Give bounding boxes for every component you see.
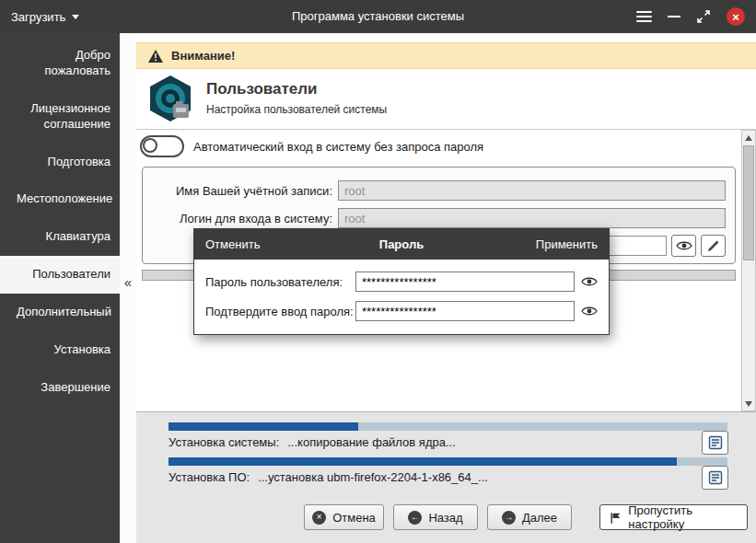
sidebar: Добро пожаловать Лицензионное соглашение…: [0, 33, 120, 543]
password-dialog: Отменить Пароль Применить Пароль пользов…: [193, 228, 610, 335]
bottom-panel: Установка системы:...копирование файлов …: [136, 411, 756, 543]
dialog-confirm-eye-button[interactable]: [581, 306, 598, 317]
dialog-confirm-label: Подтвердите ввод пароля:: [205, 305, 355, 318]
dialog-password-row: Пароль пользователеля:: [205, 272, 598, 292]
page-header: Пользователи Настройка пользователей сис…: [136, 69, 756, 130]
app-logo: [145, 74, 195, 123]
autologin-label: Автоматический вход в систему без запрос…: [193, 140, 483, 154]
warning-text: Внимание!: [171, 49, 235, 63]
system-progress-bar: [169, 422, 727, 431]
next-arrow-icon: →: [502, 511, 516, 525]
sidebar-item-installation[interactable]: Установка: [0, 331, 120, 369]
software-progress-text: Установка ПО:...установка ubm-firefox-22…: [169, 470, 488, 484]
sidebar-item-users[interactable]: Пользователи: [0, 256, 120, 294]
load-menu-button[interactable]: Загрузить: [11, 0, 79, 33]
account-name-row: Имя Вашей учётной записи:: [143, 177, 735, 204]
software-log-button[interactable]: [702, 466, 728, 490]
skip-button-label: Пропустить настройку: [628, 503, 738, 531]
warning-banner: Внимание!: [136, 42, 756, 69]
autologin-row: Автоматический вход в систему без запрос…: [140, 135, 483, 157]
system-progress-text: Установка системы:...копирование файлов …: [169, 435, 456, 449]
eye-icon: [676, 240, 692, 251]
sidebar-strip: «: [120, 33, 136, 543]
next-button[interactable]: → Далее: [487, 504, 572, 530]
sidebar-item-completion[interactable]: Завершение: [0, 369, 120, 407]
minimize-button[interactable]: [668, 16, 680, 17]
dialog-confirm-input[interactable]: [355, 301, 575, 321]
password-dialog-header: Отменить Пароль Применить: [194, 229, 609, 260]
dialog-cancel-button[interactable]: Отменить: [205, 237, 307, 251]
eye-icon: [581, 306, 598, 317]
pencil-icon: [707, 239, 720, 252]
dialog-apply-button[interactable]: Применить: [496, 237, 598, 251]
dialog-password-input[interactable]: [355, 272, 575, 292]
back-button[interactable]: ← Назад: [393, 504, 478, 530]
back-button-label: Назад: [428, 511, 462, 525]
titlebar: Программа установки системы Загрузить ×: [0, 0, 756, 33]
software-progress-fill: [169, 457, 677, 466]
system-log-button[interactable]: [702, 431, 728, 455]
software-progress-label: Установка ПО:: [169, 470, 250, 484]
log-icon: [708, 435, 723, 450]
dialog-password-eye-button[interactable]: [581, 276, 598, 287]
load-menu-label: Загрузить: [11, 10, 65, 24]
window-controls: ×: [636, 0, 745, 33]
warning-icon: [147, 49, 164, 64]
password-dialog-body: Пароль пользователеля: Подтвердите ввод …: [194, 260, 609, 334]
system-progress-fill: [169, 422, 358, 431]
chevron-down-icon: [72, 15, 79, 19]
dialog-password-label: Пароль пользователеля:: [205, 275, 355, 289]
installer-window: Программа установки системы Загрузить × …: [0, 0, 756, 543]
skip-flag-icon: [610, 511, 622, 525]
hamburger-icon: [636, 11, 652, 13]
sidebar-item-license[interactable]: Лицензионное соглашение: [0, 90, 120, 144]
vertical-scrollbar[interactable]: [741, 130, 756, 411]
eye-icon: [581, 276, 598, 287]
sidebar-item-preparation[interactable]: Подготовка: [0, 144, 120, 181]
system-progress-status: ...копирование файлов ядра...: [287, 435, 456, 449]
scroll-down-button[interactable]: [742, 397, 755, 410]
edit-password-button[interactable]: [701, 235, 726, 257]
login-input: [338, 208, 726, 228]
close-icon: ×: [732, 10, 739, 24]
dialog-title: Пароль: [307, 237, 496, 251]
dialog-confirm-row: Подтвердите ввод пароля:: [205, 301, 598, 321]
show-password-button[interactable]: [671, 235, 696, 257]
main-area: Внимание! Пользователи Настройка пользов…: [136, 33, 756, 543]
scroll-thumb[interactable]: [743, 145, 754, 260]
login-label: Логин для входа в систему:: [143, 212, 332, 225]
maximize-button[interactable]: [696, 9, 711, 24]
autologin-toggle[interactable]: [140, 135, 184, 157]
triangle-down-icon: [745, 401, 752, 407]
next-button-label: Далее: [522, 511, 557, 525]
skip-button[interactable]: Пропустить настройку: [599, 504, 748, 530]
software-progress-bar: [169, 457, 727, 466]
scroll-up-button[interactable]: [742, 131, 755, 144]
system-progress-label: Установка системы:: [169, 435, 279, 449]
sidebar-item-location[interactable]: Местоположение: [0, 180, 120, 218]
back-arrow-icon: ←: [408, 511, 422, 525]
menu-button[interactable]: [636, 11, 652, 22]
sidebar-item-keyboard[interactable]: Клавиатура: [0, 218, 120, 256]
expand-icon: [696, 9, 711, 24]
sidebar-collapse-button[interactable]: «: [120, 274, 136, 290]
triangle-up-icon: [745, 135, 752, 141]
close-button[interactable]: ×: [727, 7, 745, 26]
log-icon: [708, 470, 723, 485]
cancel-button-label: Отмена: [332, 511, 376, 525]
cancel-icon: ×: [312, 511, 326, 525]
page-subtitle: Настройка пользователей системы: [206, 103, 387, 116]
toggle-knob-icon: [143, 138, 157, 153]
account-name-input: [338, 180, 726, 201]
cancel-button[interactable]: × Отмена: [304, 504, 384, 530]
sidebar-item-welcome[interactable]: Добро пожаловать: [0, 37, 120, 90]
page-title: Пользователи: [206, 80, 318, 98]
sidebar-item-additional[interactable]: Дополнительный: [0, 294, 120, 331]
account-name-label: Имя Вашей учётной записи:: [143, 184, 332, 198]
software-progress-status: ...установка ubm-firefox-2204-1-x86_64_.…: [258, 470, 488, 484]
